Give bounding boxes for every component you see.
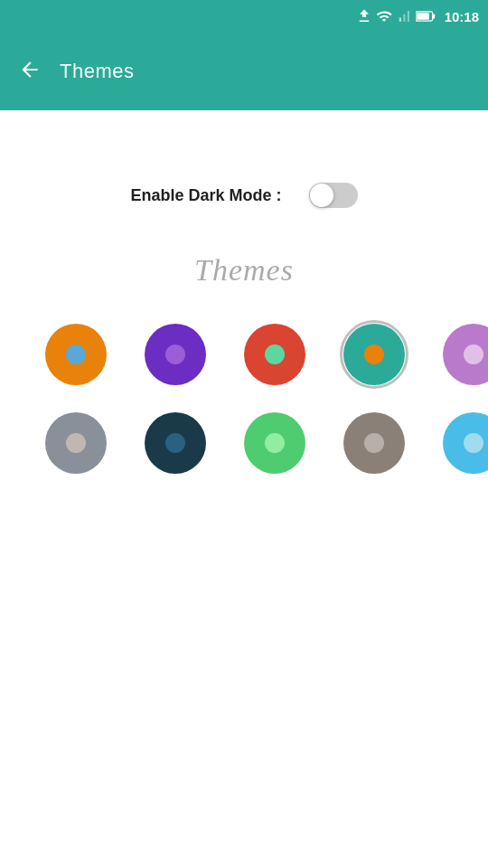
download-icon — [356, 8, 372, 24]
theme-inner-dot-gray — [66, 433, 86, 453]
theme-inner-dot-warmgray — [364, 433, 384, 453]
status-time: 10:18 — [445, 9, 479, 24]
theme-inner-dot-skyblue — [464, 433, 483, 453]
theme-circle-gray[interactable] — [45, 412, 107, 474]
theme-circle-green[interactable] — [244, 412, 305, 474]
theme-inner-dot-orange — [66, 344, 86, 364]
theme-inner-dot-darkblue — [165, 433, 185, 453]
back-button[interactable] — [14, 54, 45, 90]
toggle-knob — [310, 184, 333, 207]
theme-circle-lavender[interactable] — [443, 324, 488, 385]
theme-circle-orange[interactable] — [45, 324, 107, 385]
dark-mode-label: Enable Dark Mode : — [130, 186, 281, 205]
content-area: Enable Dark Mode : Themes — [0, 110, 488, 868]
theme-circle-purple[interactable] — [145, 324, 206, 385]
wifi-icon — [376, 8, 392, 24]
theme-inner-dot-purple — [165, 344, 185, 364]
svg-rect-2 — [417, 13, 429, 20]
svg-rect-1 — [432, 14, 435, 18]
status-icons: 10:18 — [356, 8, 479, 24]
theme-circle-warmgray[interactable] — [343, 412, 405, 474]
dark-mode-row: Enable Dark Mode : — [27, 183, 461, 208]
theme-inner-dot-teal — [364, 344, 384, 364]
theme-inner-dot-red — [265, 344, 285, 364]
themes-section-heading: Themes — [27, 253, 461, 288]
theme-inner-dot-lavender — [464, 344, 483, 364]
theme-inner-dot-green — [265, 433, 285, 453]
app-bar-title: Themes — [60, 60, 134, 83]
color-row-1 — [45, 412, 488, 474]
battery-icon — [416, 10, 436, 23]
theme-circle-teal[interactable] — [343, 324, 405, 385]
dark-mode-toggle[interactable] — [309, 183, 358, 208]
signal-icon — [396, 8, 412, 24]
status-bar: 10:18 — [0, 0, 488, 33]
color-row-0 — [45, 324, 488, 385]
theme-circle-red[interactable] — [244, 324, 305, 385]
color-grid — [27, 324, 461, 474]
theme-circle-darkblue[interactable] — [145, 412, 206, 474]
app-bar: Themes — [0, 33, 488, 110]
theme-circle-skyblue[interactable] — [443, 412, 488, 474]
